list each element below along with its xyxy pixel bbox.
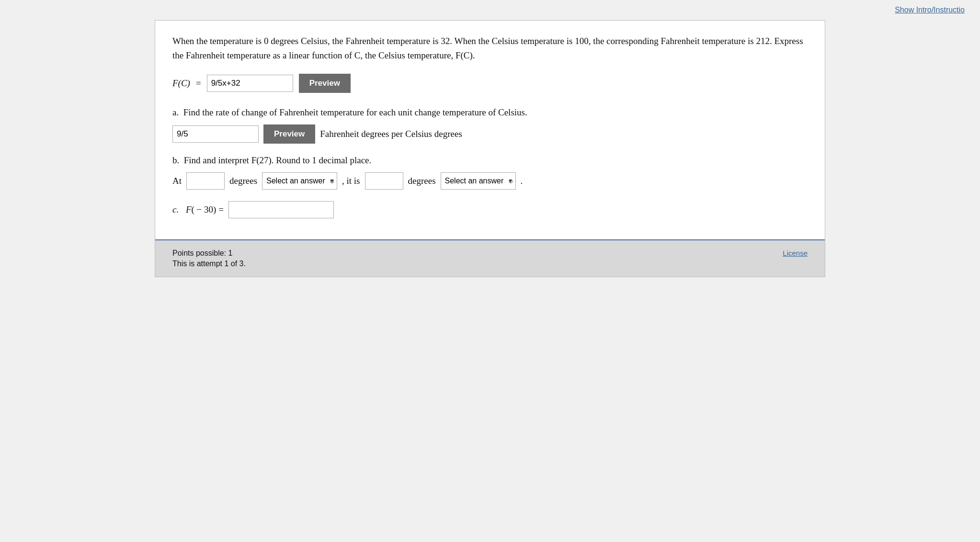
part-b-select-1[interactable]: Select an answer Celsius Fahrenheit (262, 172, 337, 190)
problem-text: When the temperature is 0 degrees Celsiu… (172, 34, 808, 63)
part-b-question: Find and interpret F(27). Round to 1 dec… (182, 155, 371, 165)
part-b-select-wrapper-2: Select an answer Celsius Fahrenheit ▼ (441, 172, 516, 190)
part-a-input[interactable] (172, 125, 259, 143)
footer-left: Points possible: 1 This is attempt 1 of … (172, 249, 246, 268)
footer: Points possible: 1 This is attempt 1 of … (155, 240, 825, 277)
part-b-select-wrapper-1: Select an answer Celsius Fahrenheit ▼ (262, 172, 337, 190)
formula-fc-row: F(C) = Preview (172, 74, 808, 93)
part-b-select-2[interactable]: Select an answer Celsius Fahrenheit (441, 172, 516, 190)
part-a-title: a. Find the rate of change of Fahrenheit… (172, 107, 808, 118)
formula-fc-input[interactable] (207, 75, 293, 92)
part-b-it-is-label: , it is (342, 176, 360, 186)
formula-fc-label: F(C) (172, 78, 190, 89)
points-possible: Points possible: 1 (172, 249, 246, 258)
show-intro-link[interactable]: Show Intro/Instructio (889, 3, 970, 17)
part-a-section: a. Find the rate of change of Fahrenheit… (172, 107, 808, 144)
part-c-row: c. F( − 30) = (172, 201, 808, 218)
part-b-degrees-label-1: degrees (229, 176, 257, 186)
part-a-letter: a. (172, 107, 179, 117)
footer-right: License (783, 249, 808, 258)
formula-equals: = (196, 78, 201, 89)
part-c-letter: c. (172, 204, 179, 215)
part-b-letter: b. (172, 155, 179, 165)
part-b-degrees-input-2[interactable] (365, 172, 403, 190)
part-c-section: c. F( − 30) = (172, 201, 808, 218)
part-a-question: Find the rate of change of Fahrenheit te… (181, 107, 527, 117)
part-b-row: At degrees Select an answer Celsius Fahr… (172, 172, 808, 190)
part-b-degrees-input-1[interactable] (186, 172, 225, 190)
license-link[interactable]: License (783, 249, 808, 257)
formula-fc-preview-button[interactable]: Preview (299, 74, 351, 93)
attempt-info: This is attempt 1 of 3. (172, 260, 246, 268)
part-b-at-label: At (172, 176, 182, 186)
part-a-row: Preview Fahrenheit degrees per Celsius d… (172, 124, 808, 144)
part-b-degrees-label-2: degrees (408, 176, 436, 186)
part-b-title: b. Find and interpret F(27). Round to 1 … (172, 155, 808, 166)
part-c-input[interactable] (228, 201, 334, 218)
part-b-period: . (521, 176, 523, 186)
part-a-unit-label: Fahrenheit degrees per Celsius degrees (320, 129, 462, 139)
part-c-formula-label: F( − 30) = (183, 204, 224, 215)
part-a-preview-button[interactable]: Preview (263, 124, 315, 144)
part-b-section: b. Find and interpret F(27). Round to 1 … (172, 155, 808, 190)
